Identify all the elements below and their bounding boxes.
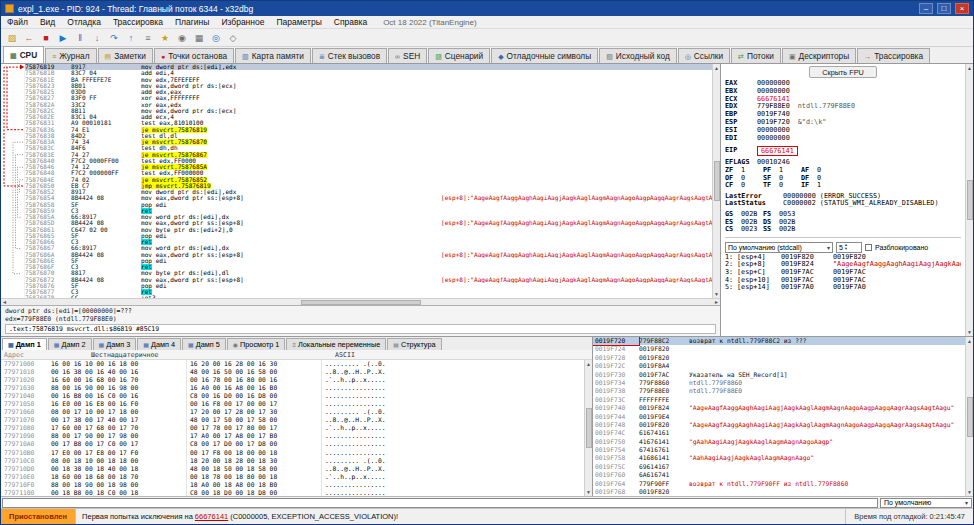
tab-cpu[interactable]: ▦ CPU [3,46,44,63]
tab-locals[interactable]: ≡ Локальные переменные [286,338,386,350]
run-to-return-button[interactable]: ↑ [123,30,139,45]
eip-row[interactable]: EIP 66676141 [725,145,961,156]
settings-button[interactable]: ◉ [174,30,190,45]
dump-row[interactable]: 77971000 16 00 16 10 00 16 18 00 16 20 0… [1,360,584,368]
menu-plugins[interactable]: Плагины [169,17,215,27]
dump-row[interactable]: 779710B0 17 E0 00 17 E8 00 17 F0 00 17 F… [1,449,584,457]
menu-trace[interactable]: Трассировка [107,17,169,27]
stack-row[interactable]: 0019F728 0019F820 [593,354,965,362]
scroll-up-arrow[interactable]: ▲ [967,65,972,71]
flag-row[interactable]: CF0 TF0 IF1 [725,182,961,190]
search-button[interactable]: ◎ [208,30,224,45]
scroll-down-arrow[interactable]: ▼ [714,291,719,297]
stack-row[interactable]: 0019F764 779F90FF возврат к ntdll.779F90… [593,480,965,488]
dump-row[interactable]: 77971030 88 00 16 90 00 16 98 00 16 A0 0… [1,384,584,392]
tab-handles[interactable]: ▣ Дескрипторы [782,48,856,63]
stack-row[interactable]: 0019F74C 61674161 [593,429,965,437]
scroll-thumb[interactable] [967,180,973,220]
tab-seh[interactable]: ∞ SEH [388,48,427,63]
dump-row[interactable]: 77971010 00 16 38 00 16 40 00 16 48 00 1… [1,368,584,376]
unlocked-checkbox[interactable]: Разблокировано [865,244,928,251]
segment-row[interactable]: GS002B FS0053 [725,211,961,219]
menu-help[interactable]: Справка [328,17,373,27]
stack-scrollbar[interactable]: ▲ ▼ [965,337,973,496]
calculator-button[interactable]: ▦ [191,30,207,45]
flag-row[interactable]: ZF1 PF1 AF0 [725,167,961,175]
register-row[interactable]: ESI 00000000 [725,127,961,135]
stack-row[interactable]: 0019F73C FFFFFFFE [593,396,965,404]
scroll-down-arrow[interactable]: ▼ [967,329,972,335]
tab-source[interactable]: ▧ Исходный код [599,48,677,63]
scroll-thumb[interactable] [301,300,421,305]
arg-row[interactable]: 4: [esp+10] 0019F7AC 0019F7AC [725,277,961,285]
tab-breakpoints[interactable]: ● Точки останова [154,48,234,63]
stack-row[interactable]: 0019F744 0019F9E4 [593,413,965,421]
stack-row[interactable]: 0019F740 0019F824 "AageAagfAaggAaghAagiA… [593,404,965,412]
register-row[interactable]: EBX 00000000 [725,88,961,96]
arg-row[interactable]: 5: [esp+14] 0019F7A0 0019F7A0 [725,284,961,292]
stack-row[interactable]: 0019F748 0019F820 "AageAagfAaggAaghAagiA… [593,421,965,429]
arg-row[interactable]: 1: [esp+4] 0019F820 0019F820 [725,254,961,262]
eflags-row[interactable]: EFLAGS 00010246 [725,159,961,167]
register-row[interactable]: ECX 66676141 [725,96,961,104]
stack-row[interactable]: 0019F758 41686141 "AahAagiAagjAagkAaglAa… [593,454,965,462]
patches-button[interactable]: ◇ [225,30,241,45]
last-status-row[interactable]: LastStatus C0000002 (STATUS_WMI_ALREADY_… [725,200,961,208]
command-profile-select[interactable]: По умолчанию ▾ [880,498,972,508]
stack-row[interactable]: 0019F768 0019F820 [593,488,965,496]
arg-row[interactable]: 3: [esp+C] 0019F7AC 0019F7AC [725,269,961,277]
menu-options[interactable]: Параметры [270,17,327,27]
scroll-down-arrow[interactable]: ▼ [967,489,972,495]
last-error-row[interactable]: LastError 00000000 (ERROR_SUCCESS) [725,193,961,201]
dump-row[interactable]: 77971080 17 60 00 17 68 00 17 70 00 17 7… [1,424,584,432]
dump-row[interactable]: 779710A0 00 17 B8 00 17 C0 00 17 C8 00 1… [1,440,584,448]
dump-row[interactable]: 77971040 00 16 B8 00 16 C0 00 16 C8 00 1… [1,392,584,400]
stack-row[interactable]: 0019F734 779F8860 ntdll.779F8860 [593,379,965,387]
dump-row[interactable]: 779710C0 08 00 18 10 00 18 18 00 18 20 0… [1,457,584,465]
dump-tab-4[interactable]: ▦ Дамп 4 [137,338,181,350]
tab-call-stack[interactable]: ≣ Стек вызовов [312,48,387,63]
tab-struct[interactable]: ▤ Структура [387,338,441,350]
register-row[interactable]: ESP 0019F720 &"d:\k" [725,119,961,127]
dump-row[interactable]: 77971070 00 17 38 00 17 40 00 17 48 00 1… [1,416,584,424]
dump-row[interactable]: 77971090 88 00 17 90 00 17 98 00 17 A0 0… [1,432,584,440]
tab-memory-map[interactable]: ▥ Карта памяти [235,48,311,63]
register-row[interactable]: EDI 00000000 [725,135,961,143]
segment-row[interactable]: CS0023 SS002B [725,226,961,234]
segment-row[interactable]: ES002B DS002B [725,219,961,227]
step-over-button[interactable]: ↷ [106,30,122,45]
register-row[interactable]: EBP 0019F740 [725,111,961,119]
scroll-up-arrow[interactable]: ▲ [586,361,591,367]
exception-address-link[interactable]: 66676141 [195,512,228,521]
tab-symbols[interactable]: ◆ Отладочные символы [491,48,598,63]
stack-row[interactable]: 0019F730 0019F7AC Указатель на SEH_Recor… [593,371,965,379]
menu-debug[interactable]: Отладка [61,17,107,27]
arg-count-spinner[interactable]: 5 ▲▼ [836,242,862,253]
disassembly-view[interactable]: 75876819 8917 mov dword ptr ds:[edi],edx… [25,64,712,298]
scroll-thumb[interactable] [967,397,973,437]
dump-tab-1[interactable]: ▦ Дамп 1 [2,338,47,350]
tab-trace[interactable]: → Трассировка [857,48,930,63]
log-button[interactable]: ≡ [140,30,156,45]
dump-row[interactable]: 779710F0 88 00 18 90 00 18 98 00 18 A0 0… [1,481,584,489]
step-into-button[interactable]: ↓ [89,30,105,45]
tab-notes[interactable]: ▤ Заметки [98,48,153,63]
stack-row[interactable]: 0019F75C 69614167 [593,463,965,471]
dump-row[interactable]: 779710E0 18 60 00 18 68 00 18 70 00 18 7… [1,473,584,481]
disasm-horizontal-scrollbar[interactable]: ◄ ► [1,298,720,305]
tab-watch-1[interactable]: ◉ Просмотр 1 [227,338,286,350]
hex-dump-view[interactable]: 77971000 16 00 16 10 00 16 18 00 16 20 0… [1,360,584,496]
close-button[interactable]: × [955,3,969,14]
tab-references[interactable]: ◎ Ссылки [678,48,730,63]
stack-view[interactable]: 0019F720 779F88C2 возврат к ntdll.779F88… [593,337,965,496]
scroll-thumb[interactable] [714,161,720,201]
dump-row[interactable]: 779710D0 00 18 38 00 18 40 00 18 48 00 1… [1,465,584,473]
command-input[interactable] [2,498,878,508]
scroll-down-arrow[interactable]: ▼ [586,489,591,495]
registers-scrollbar[interactable]: ▲ ▼ [965,64,973,336]
arg-row[interactable]: 2: [esp+8] 0019F824 "AageAagfAaggAaghAag… [725,261,961,269]
dump-scrollbar[interactable]: ▲ ▼ [584,360,592,496]
registers-content[interactable]: Скрыть FPU EAX 00000000 EBX 00000000 [721,64,965,336]
stack-row[interactable]: 0019F724 0019F820 [593,345,965,353]
menu-file[interactable]: Файл [1,17,34,27]
